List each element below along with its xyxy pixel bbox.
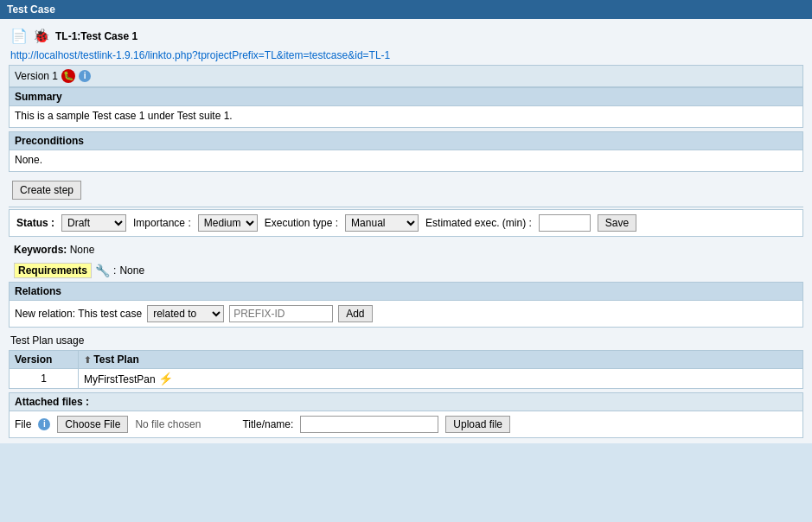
title-name-input[interactable] — [300, 416, 438, 433]
keywords-value: None — [70, 244, 95, 256]
sort-icon: ⬆ — [84, 355, 91, 365]
save-button[interactable]: Save — [598, 214, 636, 232]
lightning-icon: ⚡ — [158, 372, 173, 385]
file-label: File — [15, 418, 31, 430]
requirements-label: Requirements — [14, 263, 92, 278]
choose-file-button[interactable]: Choose File — [57, 416, 128, 433]
file-upload-row: File i Choose File No file chosen Title/… — [9, 411, 803, 438]
summary-header: Summary — [10, 88, 802, 106]
relations-section: Relations New relation: This test case r… — [9, 282, 803, 328]
testplan-cell: MyFirstTestPan ⚡ — [79, 369, 803, 389]
keywords-label: Keywords: — [14, 244, 67, 256]
add-relation-button[interactable]: Add — [338, 305, 372, 322]
new-relation-label: New relation: This test case — [15, 308, 142, 320]
file-info-icon: i — [38, 418, 50, 430]
requirements-value: None — [119, 264, 144, 277]
bug-icon: 🐛 — [61, 69, 75, 83]
case-id: TL-1:Test Case 1 — [55, 30, 137, 42]
warning-icon: 🐞 — [33, 28, 50, 44]
status-select[interactable]: Draft Final Obsolete — [61, 214, 126, 232]
case-header: 📄 🐞 TL-1:Test Case 1 — [9, 24, 803, 48]
version-cell: 1 — [10, 369, 79, 389]
doc-icon: 📄 — [10, 28, 28, 44]
table-row: 1MyFirstTestPan ⚡ — [10, 369, 803, 389]
preconditions-section: Preconditions None. — [9, 131, 803, 172]
attached-files-bar: Attached files : — [9, 392, 803, 411]
main-content: 📄 🐞 TL-1:Test Case 1 http://localhost/te… — [0, 19, 812, 443]
importance-select[interactable]: Low Medium High — [198, 214, 258, 232]
title-bar: Test Case — [0, 0, 812, 19]
testplan-column-header: ⬆ Test Plan — [79, 351, 803, 369]
test-plan-section: Test Plan usage Version ⬆ Test Plan 1MyF… — [9, 331, 803, 389]
status-bar: Status : Draft Final Obsolete Importance… — [9, 209, 803, 237]
relation-type-select[interactable]: related to depends on blocks — [147, 305, 224, 322]
req-icon: 🔧 — [95, 264, 110, 277]
summary-content: This is a sample Test case 1 under Test … — [10, 106, 802, 127]
version-row: Version 1 🐛 i — [9, 65, 803, 87]
requirements-row: Requirements 🔧 : None — [9, 259, 803, 282]
preconditions-header: Preconditions — [10, 132, 802, 150]
test-plan-table: Version ⬆ Test Plan 1MyFirstTestPan ⚡ — [9, 350, 803, 389]
summary-section: Summary This is a sample Test case 1 und… — [9, 87, 803, 128]
execution-label: Execution type : — [265, 217, 338, 229]
relations-content: New relation: This test case related to … — [10, 301, 802, 327]
status-label: Status : — [16, 217, 54, 229]
keywords-row: Keywords: None — [9, 240, 803, 259]
title-name-label: Title/name: — [242, 418, 293, 430]
test-plan-title: Test Plan usage — [9, 331, 803, 350]
preconditions-content: None. — [10, 150, 802, 171]
version-label: Version 1 — [15, 70, 58, 82]
relation-id-input[interactable] — [229, 305, 333, 322]
execution-select[interactable]: Manual Automated — [345, 214, 419, 232]
info-icon: i — [79, 70, 91, 82]
estimated-input[interactable] — [539, 214, 591, 232]
version-column-header: Version — [10, 351, 79, 369]
title-bar-label: Test Case — [7, 3, 55, 16]
no-file-text: No file chosen — [135, 418, 201, 430]
estimated-label: Estimated exec. (min) : — [425, 217, 532, 229]
req-colon: : — [113, 264, 116, 277]
divider — [9, 207, 803, 207]
importance-label: Importance : — [133, 217, 191, 229]
case-link[interactable]: http://localhost/testlink-1.9.16/linkto.… — [9, 48, 803, 65]
create-step-area: Create step — [9, 175, 803, 205]
relations-header: Relations — [10, 283, 802, 301]
create-step-button[interactable]: Create step — [12, 181, 81, 200]
upload-file-button[interactable]: Upload file — [445, 416, 510, 433]
